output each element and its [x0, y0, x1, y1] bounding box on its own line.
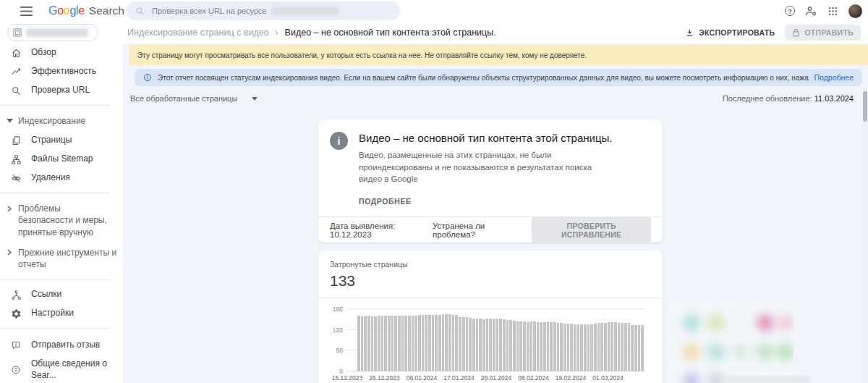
chart-bar[interactable] — [432, 315, 435, 371]
sidebar-item-indexing[interactable]: Индексирование — [0, 111, 123, 131]
pages-filter-dropdown[interactable]: Все обработанные страницы — [130, 94, 258, 103]
chart-bar[interactable] — [527, 322, 529, 371]
breadcrumb-parent-link[interactable]: Индексирование страниц с видео — [127, 28, 269, 38]
sidebar-item-legacy-tools[interactable]: Прежние инструменты и отчеты — [0, 243, 123, 274]
chart-bar[interactable] — [466, 317, 469, 371]
chart-bar[interactable] — [519, 321, 522, 371]
chart-bar[interactable] — [624, 323, 627, 371]
chart-bar[interactable] — [567, 324, 570, 371]
sidebar-item-settings[interactable]: Настройки — [0, 304, 123, 323]
chart-bar[interactable] — [610, 322, 613, 371]
chart-bar[interactable] — [486, 319, 489, 371]
chart-bar[interactable] — [608, 322, 610, 371]
chart-bar[interactable] — [597, 323, 600, 371]
chart-bar[interactable] — [600, 323, 603, 371]
sidebar-item-about[interactable]: Общие сведения о Sear... — [0, 355, 123, 383]
chart-bar[interactable] — [374, 316, 377, 371]
scrollbar-thumb[interactable] — [863, 91, 867, 122]
chart-bar[interactable] — [577, 324, 580, 371]
avatar[interactable] — [848, 4, 862, 18]
chart-bar[interactable] — [594, 324, 597, 371]
chart-bar[interactable] — [550, 322, 553, 371]
chart-bar[interactable] — [445, 314, 448, 371]
chart-bar[interactable] — [388, 316, 391, 371]
submit-button[interactable]: ОТПРАВИТЬ — [785, 25, 861, 41]
chart-bar[interactable] — [506, 320, 509, 371]
chart-bar[interactable] — [628, 323, 631, 371]
validate-fix-button[interactable]: ПРОВЕРИТЬ ИСПРАВЛЕНИЕ — [532, 216, 651, 244]
chart-bar[interactable] — [614, 322, 617, 371]
sidebar-item-pages[interactable]: Страницы — [0, 131, 123, 150]
user-settings-icon[interactable] — [805, 6, 817, 17]
chart-bar[interactable] — [580, 324, 583, 371]
chart-bar[interactable] — [547, 321, 550, 371]
menu-icon[interactable] — [20, 7, 33, 16]
chart-bar[interactable] — [621, 323, 624, 371]
chart-bar[interactable] — [590, 324, 593, 371]
chart-bar[interactable] — [381, 316, 384, 371]
sidebar-item-feedback[interactable]: Отправить отзыв — [0, 336, 123, 355]
sidebar-item-removals[interactable]: Удаления — [0, 169, 123, 188]
sidebar-item-security-manual-actions[interactable]: Проблемы безопасности и меры, принятые в… — [0, 198, 123, 243]
chart-bar[interactable] — [537, 322, 540, 371]
chart-bar[interactable] — [563, 324, 566, 371]
chart-bar[interactable] — [391, 316, 394, 371]
chart-bar[interactable] — [398, 316, 401, 371]
chart-bar[interactable] — [638, 325, 641, 371]
chart-bar[interactable] — [634, 325, 637, 371]
chart-bar[interactable] — [496, 319, 499, 371]
chart-bar[interactable] — [448, 314, 451, 371]
sidebar-item-links[interactable]: Ссылки — [0, 285, 123, 304]
chart-bar[interactable] — [482, 319, 485, 371]
chart-bar[interactable] — [371, 316, 374, 371]
chart-bar[interactable] — [469, 318, 472, 371]
chart-bar[interactable] — [418, 315, 421, 371]
chart-bar[interactable] — [553, 322, 556, 371]
chart-bar[interactable] — [442, 314, 445, 371]
chart-bar[interactable] — [452, 315, 455, 371]
apps-grid-icon[interactable] — [827, 6, 838, 17]
chart-bar[interactable] — [401, 316, 404, 371]
learn-more-link[interactable]: Подробнее — [814, 73, 854, 82]
chart-bar[interactable] — [378, 316, 380, 371]
chart-bar[interactable] — [533, 321, 536, 371]
sidebar-item-url-inspection[interactable]: Проверка URL — [0, 81, 123, 100]
sidebar-item-performance[interactable]: Эффективность — [0, 62, 123, 81]
chart-bar[interactable] — [557, 323, 560, 371]
chart-bar[interactable] — [493, 319, 495, 371]
chart-bar[interactable] — [425, 315, 427, 371]
url-inspection-search[interactable]: Проверка всех URL на ресурсе — [127, 1, 400, 20]
chart-bar[interactable] — [462, 317, 465, 371]
chart-bar[interactable] — [476, 319, 479, 371]
chart-bar[interactable] — [570, 324, 573, 371]
sidebar-item-overview[interactable]: Обзор — [0, 43, 123, 62]
help-icon[interactable]: ? — [785, 6, 795, 16]
chart-bar[interactable] — [438, 315, 441, 371]
chart-bar[interactable] — [414, 316, 417, 371]
chart-bar[interactable] — [435, 315, 438, 371]
chart-bar[interactable] — [560, 323, 563, 371]
chart-bar[interactable] — [503, 319, 506, 371]
chart-bar[interactable] — [618, 323, 621, 371]
chart-bar[interactable] — [513, 321, 516, 371]
chart-bar[interactable] — [367, 316, 370, 371]
chart-bar[interactable] — [584, 324, 587, 371]
chart-bar[interactable] — [509, 320, 512, 371]
chart-bar[interactable] — [459, 317, 461, 371]
chart-bar[interactable] — [357, 316, 360, 371]
chart-bar[interactable] — [489, 319, 492, 371]
chart-bar[interactable] — [422, 315, 425, 371]
chart-bar[interactable] — [408, 316, 411, 371]
chart-bar[interactable] — [364, 316, 367, 371]
chart-bar[interactable] — [412, 316, 414, 371]
chart-bar[interactable] — [529, 321, 532, 371]
chart-bar[interactable] — [384, 316, 387, 371]
chart-bar[interactable] — [394, 316, 397, 371]
chart-bar[interactable] — [479, 319, 482, 371]
chart-bar[interactable] — [587, 324, 590, 371]
chart-bar[interactable] — [404, 316, 407, 371]
chart-bar[interactable] — [540, 322, 542, 371]
chart-bar[interactable] — [631, 325, 634, 371]
export-button[interactable]: ЭКСПОРТИРОВАТЬ — [685, 28, 775, 38]
chart-bar[interactable] — [472, 319, 475, 371]
